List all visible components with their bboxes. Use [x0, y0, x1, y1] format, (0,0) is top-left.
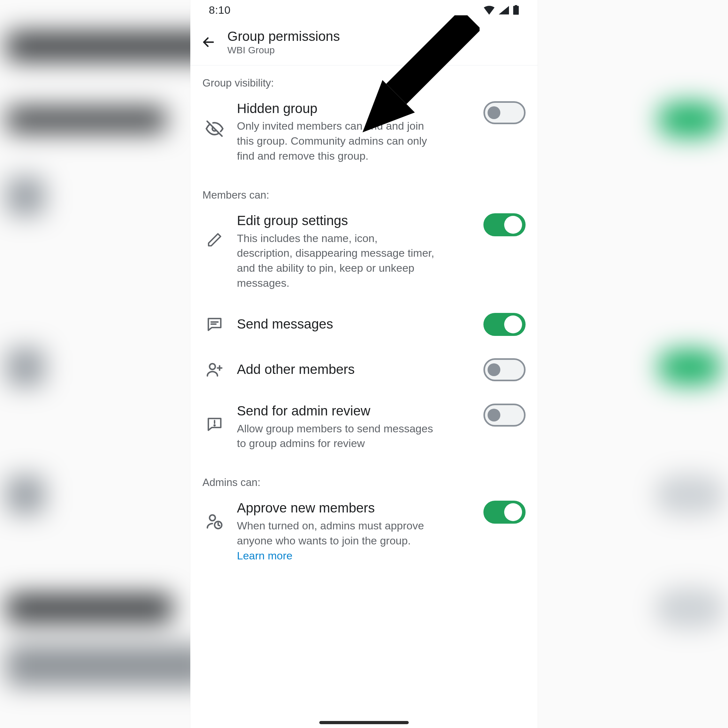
- admin-review-title: Send for admin review: [237, 403, 467, 419]
- hidden-eye-icon: [206, 120, 223, 138]
- edit-settings-desc: This includes the name, icon, descriptio…: [237, 231, 435, 291]
- send-messages-title: Send messages: [237, 316, 467, 332]
- report-icon: [206, 416, 223, 432]
- row-approve-members[interactable]: Approve new members When turned on, admi…: [190, 492, 538, 570]
- svg-point-8: [214, 425, 215, 426]
- svg-point-4: [210, 364, 215, 369]
- approve-members-desc: When turned on, admins must approve anyo…: [237, 518, 435, 563]
- page-title: Group permissions: [227, 29, 340, 44]
- row-edit-settings[interactable]: Edit group settings This includes the na…: [190, 205, 538, 298]
- wifi-icon: [483, 6, 495, 15]
- hidden-group-desc: Only invited members can find and join t…: [237, 118, 435, 164]
- learn-more-link[interactable]: Learn more: [237, 549, 292, 562]
- approve-members-title: Approve new members: [237, 500, 467, 516]
- admin-review-toggle[interactable]: [483, 404, 526, 427]
- add-members-toggle[interactable]: [483, 358, 526, 381]
- row-admin-review[interactable]: Send for admin review Allow group member…: [190, 395, 538, 459]
- pencil-icon: [206, 232, 223, 248]
- status-bar: 8:10: [190, 0, 538, 18]
- section-label-members: Members can:: [190, 177, 538, 205]
- back-button[interactable]: [201, 35, 216, 49]
- home-indicator: [319, 721, 409, 724]
- approve-members-toggle[interactable]: [483, 501, 526, 524]
- battery-icon: [513, 5, 519, 15]
- edit-settings-toggle[interactable]: [483, 213, 526, 236]
- add-person-icon: [206, 361, 223, 378]
- row-hidden-group[interactable]: Hidden group Only invited members can fi…: [190, 93, 538, 171]
- section-label-admins: Admins can:: [190, 465, 538, 492]
- page-subtitle: WBI Group: [227, 45, 340, 55]
- row-add-members[interactable]: Add other members: [190, 350, 538, 389]
- status-icons: [483, 5, 519, 15]
- app-bar: Group permissions WBI Group: [190, 18, 538, 66]
- phone-screen: 8:10 Group permissions WBI Group Group v…: [190, 0, 538, 728]
- admin-review-desc: Allow group members to send messages to …: [237, 421, 435, 451]
- back-arrow-icon: [202, 35, 216, 49]
- message-icon: [206, 316, 223, 332]
- status-time: 8:10: [209, 4, 231, 16]
- row-send-messages[interactable]: Send messages: [190, 304, 538, 344]
- signal-icon: [499, 6, 509, 15]
- edit-settings-title: Edit group settings: [237, 213, 467, 229]
- send-messages-toggle[interactable]: [483, 313, 526, 336]
- hidden-group-toggle[interactable]: [483, 101, 526, 124]
- person-clock-icon: [206, 513, 223, 530]
- hidden-group-title: Hidden group: [237, 101, 467, 116]
- add-members-title: Add other members: [237, 361, 467, 378]
- svg-point-9: [210, 515, 215, 521]
- section-label-visibility: Group visibility:: [190, 66, 538, 93]
